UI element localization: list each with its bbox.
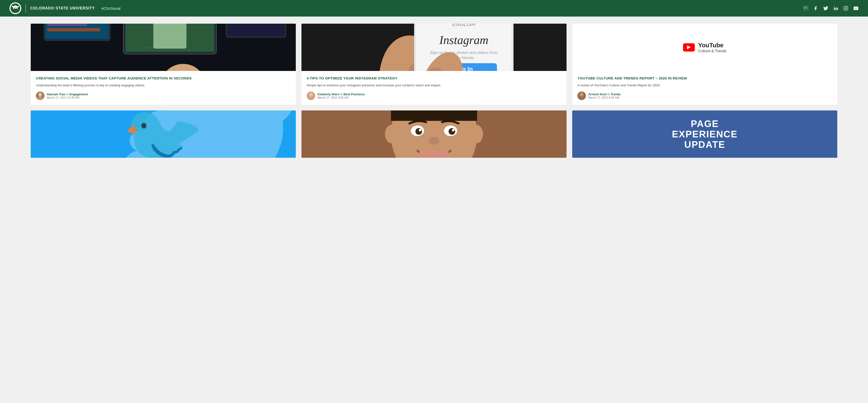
svg-point-32 — [37, 96, 43, 100]
card-person[interactable] — [302, 111, 566, 158]
youtube-logo-icon — [683, 43, 695, 52]
author-date-arnesh: March 17, 2021 8:54 AM — [588, 96, 621, 99]
author-in-hannah: in — [66, 93, 68, 96]
facebook-icon[interactable]:  — [804, 6, 808, 11]
svg-text:🐦: 🐦 — [122, 111, 205, 158]
author-avatar-kimberly — [307, 91, 315, 100]
author-category-hannah[interactable]: Engagement — [69, 92, 88, 96]
author-in-arnesh: in — [608, 93, 610, 96]
card-image-page-exp: PAGE EXPERIENCE UPDATE — [572, 111, 837, 158]
card-body-youtube: YOUTUBE CULTURE AND TRENDS REPORT – 2020… — [572, 71, 837, 105]
twitter-icon[interactable] — [823, 6, 828, 11]
card-body-video: CREATING SOCIAL MEDIA VIDEOS THAT CAPTUR… — [31, 71, 296, 105]
svg-point-31 — [38, 93, 42, 96]
svg-point-6 — [14, 7, 16, 8]
card-instagram[interactable]: Instagram Find it free on the App Store.… — [302, 24, 566, 105]
main-content: CREATING SOCIAL MEDIA VIDEOS THAT CAPTUR… — [0, 17, 868, 165]
author-name-arnesh[interactable]: Arnesh Koul — [588, 92, 607, 96]
author-avatar-arnesh — [578, 91, 586, 100]
author-name-hannah[interactable]: Hannah Tran — [47, 92, 65, 96]
card-image-instagram: Instagram Find it free on the App Store.… — [302, 24, 566, 71]
author-name-line-3: Arnesh Koul in Trends — [588, 92, 621, 96]
author-date-hannah: March 17, 2021 12:30 PM — [47, 96, 88, 99]
card-twitter[interactable]: 🐦 — [31, 111, 296, 158]
card-image-twitter: 🐦 — [31, 111, 296, 158]
svg-rect-7 — [834, 8, 835, 10]
social-icons-header:  — [804, 6, 859, 11]
card-image-video — [31, 24, 296, 71]
svg-rect-9 — [844, 6, 848, 10]
page-exp-line2: EXPERIENCE — [672, 129, 738, 139]
author-name-line: Hannah Tran in Engagement — [47, 92, 88, 96]
svg-point-76 — [448, 128, 455, 135]
author-name-line-2: Kimberly Stern in Best Practices — [317, 92, 365, 96]
author-category-arnesh[interactable]: Trends — [611, 92, 621, 96]
svg-point-53 — [309, 93, 313, 96]
author-avatar-hannah — [36, 91, 44, 100]
svg-text:Instagram: Instagram — [439, 33, 488, 47]
card-author-row-video: Hannah Tran in Engagement March 17, 2021… — [36, 91, 290, 100]
card-title-youtube[interactable]: YOUTUBE CULTURE AND TRENDS REPORT – 2020… — [578, 76, 832, 81]
header-left: COLORADO STATE UNIVERSITY #CSUSocial — [9, 2, 121, 14]
svg-point-5 — [16, 7, 16, 7]
youtube-sub: Culture & Trends — [698, 49, 726, 53]
youtube-title-group: YouTube — [698, 41, 726, 49]
card-title-video[interactable]: CREATING SOCIAL MEDIA VIDEOS THAT CAPTUR… — [36, 76, 290, 81]
author-name-kimberly[interactable]: Kimberly Stern — [317, 92, 339, 96]
card-youtube[interactable]: YouTube Culture & Trends YOUTUBE CULTURE… — [572, 24, 837, 105]
card-title-instagram[interactable]: 4 TIPS TO OPTIMIZE YOUR INSTAGRAM STRATE… — [307, 76, 561, 81]
svg-rect-70 — [391, 111, 477, 121]
card-image-person — [302, 111, 566, 158]
card-excerpt-youtube: A review of YouTube's Culture and Trends… — [578, 83, 832, 88]
video-scene-bg — [31, 24, 296, 71]
svg-rect-16 — [47, 24, 87, 26]
svg-point-55 — [580, 93, 584, 96]
youtube-brand: YouTube — [698, 41, 723, 49]
svg-point-75 — [415, 128, 422, 135]
site-header: COLORADO STATE UNIVERSITY #CSUSocial  — [0, 0, 868, 17]
hashtag[interactable]: #CSUSocial — [101, 6, 121, 10]
author-in-kimberly: in — [340, 93, 342, 96]
card-author-row-youtube: Arnesh Koul in Trends March 17, 2021 8:5… — [578, 91, 832, 100]
svg-point-72 — [470, 125, 483, 144]
svg-point-78 — [452, 129, 455, 132]
card-excerpt-instagram: Simple tips to enhance your Instagram pr… — [307, 83, 561, 88]
svg-point-8 — [834, 6, 835, 7]
author-info-hannah: Hannah Tran in Engagement March 17, 2021… — [47, 92, 88, 99]
header-divider — [26, 4, 26, 12]
author-info-kimberly: Kimberly Stern in Best Practices March 1… — [317, 92, 365, 99]
svg-rect-17 — [47, 28, 100, 31]
author-date-kimberly: March 17, 2021 8:55 AM — [317, 96, 365, 99]
page-exp-line1: PAGE — [672, 118, 738, 129]
card-body-instagram: 4 TIPS TO OPTIMIZE YOUR INSTAGRAM STRATE… — [302, 71, 566, 105]
facebook-icon[interactable] — [813, 6, 818, 11]
author-info-arnesh: Arnesh Koul in Trends March 17, 2021 8:5… — [588, 92, 621, 99]
svg-rect-23 — [227, 24, 284, 36]
svg-rect-80 — [420, 151, 448, 158]
svg-point-79 — [429, 137, 439, 145]
youtube-icon[interactable] — [854, 6, 859, 11]
card-excerpt-video: Understanding the brain's filtering proc… — [36, 83, 290, 88]
svg-text:Sign up to see photos and vide: Sign up to see photos and videos from — [430, 50, 498, 55]
svg-point-77 — [418, 129, 421, 132]
youtube-brand-text: YouTube Culture & Trends — [698, 41, 726, 53]
card-image-youtube: YouTube Culture & Trends — [572, 24, 837, 71]
svg-point-4 — [14, 7, 15, 7]
linkedin-icon[interactable] — [834, 6, 838, 11]
youtube-play-icon — [687, 46, 691, 49]
svg-text:ENGLISH: ENGLISH — [452, 24, 475, 27]
card-author-row-instagram: Kimberly Stern in Best Practices March 1… — [307, 91, 561, 100]
author-category-kimberly[interactable]: Best Practices — [343, 92, 365, 96]
page-exp-line3: UPDATE — [672, 139, 738, 150]
article-grid: CREATING SOCIAL MEDIA VIDEOS THAT CAPTUR… — [31, 24, 837, 158]
card-page-experience[interactable]: PAGE EXPERIENCE UPDATE — [572, 111, 837, 158]
page-exp-title: PAGE EXPERIENCE UPDATE — [667, 114, 742, 154]
svg-point-71 — [385, 125, 398, 144]
csu-logo[interactable] — [9, 2, 21, 14]
instagram-icon[interactable] — [843, 6, 848, 11]
svg-rect-21 — [153, 24, 186, 49]
card-video-editing[interactable]: CREATING SOCIAL MEDIA VIDEOS THAT CAPTUR… — [31, 24, 296, 105]
university-name: COLORADO STATE UNIVERSITY — [30, 6, 95, 10]
